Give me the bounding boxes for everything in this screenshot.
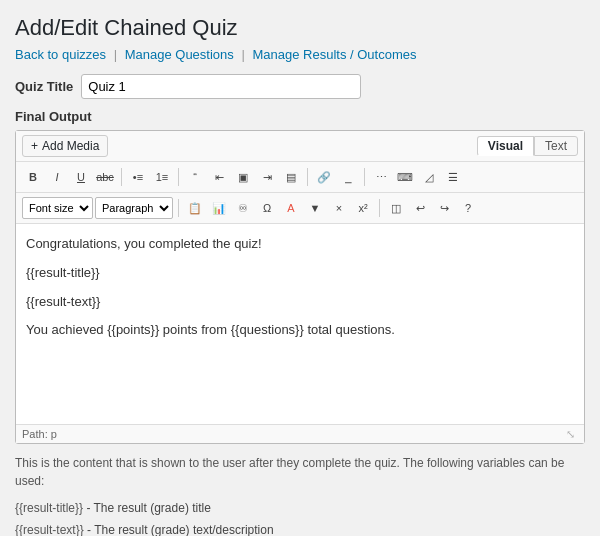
blockquote-button[interactable]: “	[184, 166, 206, 188]
page-title: Add/Edit Chained Quiz	[15, 15, 585, 41]
visual-text-tabs: Visual Text	[477, 136, 578, 156]
bold-button[interactable]: B	[22, 166, 44, 188]
font-size-select[interactable]: Font size	[22, 197, 93, 219]
back-to-quizzes-link[interactable]: Back to quizzes	[15, 47, 106, 62]
add-media-label: Add Media	[42, 139, 99, 153]
quiz-title-input[interactable]	[81, 74, 361, 99]
variable-list: {{result-title}} - The result (grade) ti…	[15, 498, 585, 536]
toolbar-sep-4	[364, 168, 365, 186]
add-media-button[interactable]: + Add Media	[22, 135, 108, 157]
editor-line-4: You achieved {{points}} points from {{qu…	[26, 320, 574, 341]
insert-more-button[interactable]: ⋯	[370, 166, 392, 188]
show-hide-toolbar-button[interactable]: ☰	[442, 166, 464, 188]
align-center-button[interactable]: ▣	[232, 166, 254, 188]
toolbar-row-2: Font size Paragraph 📋 📊 ♾ Ω A ▼ × x² ◫ ↩…	[16, 193, 584, 224]
font-color-picker-button[interactable]: ▼	[304, 197, 326, 219]
editor-container: + Add Media Visual Text B I U abc •≡ 1≡ …	[15, 130, 585, 444]
description-main-text: This is the content that is shown to the…	[15, 454, 585, 490]
help-button[interactable]: ?	[457, 197, 479, 219]
unlink-button[interactable]: ⎯	[337, 166, 359, 188]
visual-tab[interactable]: Visual	[477, 136, 534, 156]
editor-content-area[interactable]: Congratulations, you completed the quiz!…	[16, 224, 584, 424]
table-button[interactable]: ◫	[385, 197, 407, 219]
quiz-title-row: Quiz Title	[15, 74, 585, 99]
var-desc-result-title: - The result (grade) title	[86, 501, 211, 515]
paste-from-word-button[interactable]: 📊	[208, 197, 230, 219]
editor-line-2: {{result-title}}	[26, 263, 574, 284]
toolbar-sep-2	[178, 168, 179, 186]
fullscreen-button[interactable]: ◿	[418, 166, 440, 188]
toolbar-sep-1	[121, 168, 122, 186]
text-tab[interactable]: Text	[534, 136, 578, 156]
editor-path: Path: p	[22, 428, 57, 440]
paragraph-format-select[interactable]: Paragraph	[95, 197, 173, 219]
final-output-label: Final Output	[15, 109, 585, 124]
italic-button[interactable]: I	[46, 166, 68, 188]
var-name-result-title: {{result-title}}	[15, 501, 83, 515]
align-right-button[interactable]: ⇥	[256, 166, 278, 188]
toolbar-sep-6	[379, 199, 380, 217]
manage-results-link[interactable]: Manage Results / Outcomes	[252, 47, 416, 62]
nav-separator-1: |	[114, 47, 117, 62]
strikethrough-button[interactable]: abc	[94, 166, 116, 188]
link-button[interactable]: 🔗	[313, 166, 335, 188]
quiz-title-label: Quiz Title	[15, 79, 73, 94]
editor-top-bar: + Add Media Visual Text	[16, 131, 584, 162]
resize-handle[interactable]	[566, 428, 578, 440]
toolbar-sep-3	[307, 168, 308, 186]
add-media-icon: +	[31, 139, 38, 153]
var-item-result-text: {{result-text}} - The result (grade) tex…	[15, 520, 585, 536]
paste-text-button[interactable]: 📋	[184, 197, 206, 219]
ordered-list-button[interactable]: 1≡	[151, 166, 173, 188]
var-desc-result-text: - The result (grade) text/description	[87, 523, 274, 536]
special-char-button[interactable]: Ω	[256, 197, 278, 219]
remove-format-button[interactable]: ×	[328, 197, 350, 219]
nav-links: Back to quizzes | Manage Questions | Man…	[15, 47, 585, 62]
undo-button[interactable]: ↩	[409, 197, 431, 219]
insert-page-break-button[interactable]: ⌨	[394, 166, 416, 188]
editor-line-3: {{result-text}}	[26, 292, 574, 313]
underline-button[interactable]: U	[70, 166, 92, 188]
superscript-button[interactable]: x²	[352, 197, 374, 219]
align-left-button[interactable]: ⇤	[208, 166, 230, 188]
align-justify-button[interactable]: ▤	[280, 166, 302, 188]
editor-footer: Path: p	[16, 424, 584, 443]
redo-button[interactable]: ↪	[433, 197, 455, 219]
unordered-list-button[interactable]: •≡	[127, 166, 149, 188]
var-item-result-title: {{result-title}} - The result (grade) ti…	[15, 498, 585, 520]
font-color-button[interactable]: A	[280, 197, 302, 219]
var-name-result-text: {{result-text}}	[15, 523, 84, 536]
cleanup-button[interactable]: ♾	[232, 197, 254, 219]
toolbar-row-1: B I U abc •≡ 1≡ “ ⇤ ▣ ⇥ ▤ 🔗 ⎯ ⋯ ⌨ ◿ ☰	[16, 162, 584, 193]
manage-questions-link[interactable]: Manage Questions	[125, 47, 234, 62]
editor-line-1: Congratulations, you completed the quiz!	[26, 234, 574, 255]
toolbar-sep-5	[178, 199, 179, 217]
nav-separator-2: |	[241, 47, 244, 62]
